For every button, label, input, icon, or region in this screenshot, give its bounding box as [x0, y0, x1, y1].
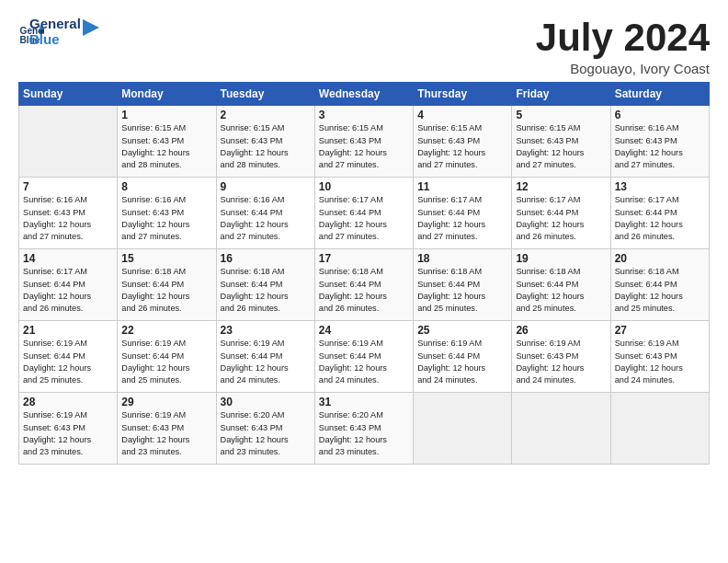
day-info: Sunrise: 6:16 AM Sunset: 6:44 PM Dayligh… — [221, 194, 311, 243]
col-header-monday: Monday — [118, 83, 216, 106]
day-number: 21 — [23, 324, 113, 337]
day-number: 8 — [121, 180, 211, 193]
day-number: 24 — [319, 324, 409, 337]
day-number: 25 — [417, 324, 507, 337]
col-header-friday: Friday — [512, 83, 610, 106]
day-cell: 3Sunrise: 6:15 AM Sunset: 6:43 PM Daylig… — [314, 106, 413, 178]
day-cell: 21Sunrise: 6:19 AM Sunset: 6:44 PM Dayli… — [19, 321, 118, 393]
day-cell — [19, 106, 118, 178]
day-number: 14 — [23, 252, 113, 265]
day-cell: 24Sunrise: 6:19 AM Sunset: 6:44 PM Dayli… — [314, 321, 413, 393]
day-number: 10 — [319, 180, 409, 193]
week-row-1: 7Sunrise: 6:16 AM Sunset: 6:43 PM Daylig… — [19, 178, 710, 249]
location-title: Bogouayo, Ivory Coast — [536, 61, 710, 76]
col-header-tuesday: Tuesday — [216, 83, 314, 106]
col-header-sunday: Sunday — [19, 83, 118, 106]
day-cell: 29Sunrise: 6:19 AM Sunset: 6:43 PM Dayli… — [118, 393, 216, 465]
day-info: Sunrise: 6:17 AM Sunset: 6:44 PM Dayligh… — [516, 194, 606, 243]
title-block: July 2024 Bogouayo, Ivory Coast — [536, 17, 710, 76]
logo-arrow-icon — [83, 19, 99, 36]
day-info: Sunrise: 6:16 AM Sunset: 6:43 PM Dayligh… — [615, 122, 705, 171]
day-number: 5 — [516, 109, 606, 121]
day-number: 27 — [615, 324, 705, 337]
day-number: 16 — [221, 252, 311, 265]
day-number: 2 — [221, 109, 311, 121]
day-cell: 8Sunrise: 6:16 AM Sunset: 6:43 PM Daylig… — [118, 178, 216, 249]
logo-line2: Blue — [29, 32, 81, 48]
day-info: Sunrise: 6:17 AM Sunset: 6:44 PM Dayligh… — [23, 266, 113, 315]
day-number: 15 — [121, 252, 211, 265]
day-info: Sunrise: 6:18 AM Sunset: 6:44 PM Dayligh… — [319, 266, 409, 315]
day-cell: 22Sunrise: 6:19 AM Sunset: 6:44 PM Dayli… — [118, 321, 216, 393]
day-number: 1 — [121, 109, 211, 121]
day-info: Sunrise: 6:18 AM Sunset: 6:44 PM Dayligh… — [615, 266, 705, 315]
day-info: Sunrise: 6:15 AM Sunset: 6:43 PM Dayligh… — [221, 122, 311, 171]
day-number: 26 — [516, 324, 606, 337]
day-number: 28 — [23, 396, 113, 408]
day-cell: 4Sunrise: 6:15 AM Sunset: 6:43 PM Daylig… — [414, 106, 512, 178]
day-cell: 9Sunrise: 6:16 AM Sunset: 6:44 PM Daylig… — [216, 178, 314, 249]
day-cell: 1Sunrise: 6:15 AM Sunset: 6:43 PM Daylig… — [118, 106, 216, 178]
day-info: Sunrise: 6:15 AM Sunset: 6:43 PM Dayligh… — [417, 122, 507, 171]
day-number: 19 — [516, 252, 606, 265]
day-cell: 7Sunrise: 6:16 AM Sunset: 6:43 PM Daylig… — [19, 178, 118, 249]
svg-marker-4 — [83, 19, 99, 36]
day-cell: 26Sunrise: 6:19 AM Sunset: 6:43 PM Dayli… — [512, 321, 610, 393]
day-number: 23 — [221, 324, 311, 337]
day-info: Sunrise: 6:18 AM Sunset: 6:44 PM Dayligh… — [121, 266, 211, 315]
day-cell: 14Sunrise: 6:17 AM Sunset: 6:44 PM Dayli… — [19, 249, 118, 321]
day-cell — [512, 393, 610, 465]
day-cell: 5Sunrise: 6:15 AM Sunset: 6:43 PM Daylig… — [512, 106, 610, 178]
day-number: 7 — [23, 180, 113, 193]
day-info: Sunrise: 6:19 AM Sunset: 6:44 PM Dayligh… — [319, 338, 409, 386]
day-info: Sunrise: 6:16 AM Sunset: 6:43 PM Dayligh… — [121, 194, 211, 243]
day-number: 20 — [615, 252, 705, 265]
day-number: 11 — [417, 180, 507, 193]
month-title: July 2024 — [536, 17, 710, 59]
day-info: Sunrise: 6:20 AM Sunset: 6:43 PM Dayligh… — [319, 409, 409, 458]
day-cell: 23Sunrise: 6:19 AM Sunset: 6:44 PM Dayli… — [216, 321, 314, 393]
day-cell: 15Sunrise: 6:18 AM Sunset: 6:44 PM Dayli… — [118, 249, 216, 321]
week-row-2: 14Sunrise: 6:17 AM Sunset: 6:44 PM Dayli… — [19, 249, 710, 321]
day-cell: 31Sunrise: 6:20 AM Sunset: 6:43 PM Dayli… — [314, 393, 413, 465]
day-cell: 19Sunrise: 6:18 AM Sunset: 6:44 PM Dayli… — [512, 249, 610, 321]
day-info: Sunrise: 6:17 AM Sunset: 6:44 PM Dayligh… — [615, 194, 705, 243]
calendar-table: SundayMondayTuesdayWednesdayThursdayFrid… — [18, 82, 710, 465]
day-number: 30 — [221, 396, 311, 408]
col-header-saturday: Saturday — [610, 83, 709, 106]
day-number: 12 — [516, 180, 606, 193]
day-number: 29 — [121, 396, 211, 408]
day-info: Sunrise: 6:18 AM Sunset: 6:44 PM Dayligh… — [516, 266, 606, 315]
day-info: Sunrise: 6:18 AM Sunset: 6:44 PM Dayligh… — [221, 266, 311, 315]
day-cell: 10Sunrise: 6:17 AM Sunset: 6:44 PM Dayli… — [314, 178, 413, 249]
day-cell: 30Sunrise: 6:20 AM Sunset: 6:43 PM Dayli… — [216, 393, 314, 465]
week-row-3: 21Sunrise: 6:19 AM Sunset: 6:44 PM Dayli… — [19, 321, 710, 393]
day-info: Sunrise: 6:19 AM Sunset: 6:43 PM Dayligh… — [23, 409, 113, 458]
day-info: Sunrise: 6:19 AM Sunset: 6:43 PM Dayligh… — [121, 409, 211, 458]
day-number: 22 — [121, 324, 211, 337]
calendar-page: General Blue General Blue July 2024 Bogo… — [0, 0, 728, 563]
day-cell: 18Sunrise: 6:18 AM Sunset: 6:44 PM Dayli… — [414, 249, 512, 321]
day-number: 18 — [417, 252, 507, 265]
day-number: 31 — [319, 396, 409, 408]
day-cell: 25Sunrise: 6:19 AM Sunset: 6:44 PM Dayli… — [414, 321, 512, 393]
day-cell: 20Sunrise: 6:18 AM Sunset: 6:44 PM Dayli… — [610, 249, 709, 321]
day-cell: 17Sunrise: 6:18 AM Sunset: 6:44 PM Dayli… — [314, 249, 413, 321]
day-info: Sunrise: 6:15 AM Sunset: 6:43 PM Dayligh… — [319, 122, 409, 171]
header-row: SundayMondayTuesdayWednesdayThursdayFrid… — [19, 83, 710, 106]
day-cell — [414, 393, 512, 465]
day-number: 9 — [221, 180, 311, 193]
day-info: Sunrise: 6:16 AM Sunset: 6:43 PM Dayligh… — [23, 194, 113, 243]
day-number: 4 — [417, 109, 507, 121]
day-cell: 16Sunrise: 6:18 AM Sunset: 6:44 PM Dayli… — [216, 249, 314, 321]
day-number: 13 — [615, 180, 705, 193]
day-cell: 11Sunrise: 6:17 AM Sunset: 6:44 PM Dayli… — [414, 178, 512, 249]
day-cell: 12Sunrise: 6:17 AM Sunset: 6:44 PM Dayli… — [512, 178, 610, 249]
day-info: Sunrise: 6:19 AM Sunset: 6:44 PM Dayligh… — [221, 338, 311, 386]
day-info: Sunrise: 6:20 AM Sunset: 6:43 PM Dayligh… — [221, 409, 311, 458]
day-info: Sunrise: 6:18 AM Sunset: 6:44 PM Dayligh… — [417, 266, 507, 315]
day-cell: 27Sunrise: 6:19 AM Sunset: 6:43 PM Dayli… — [610, 321, 709, 393]
col-header-thursday: Thursday — [414, 83, 512, 106]
day-cell: 6Sunrise: 6:16 AM Sunset: 6:43 PM Daylig… — [610, 106, 709, 178]
day-info: Sunrise: 6:15 AM Sunset: 6:43 PM Dayligh… — [121, 122, 211, 171]
